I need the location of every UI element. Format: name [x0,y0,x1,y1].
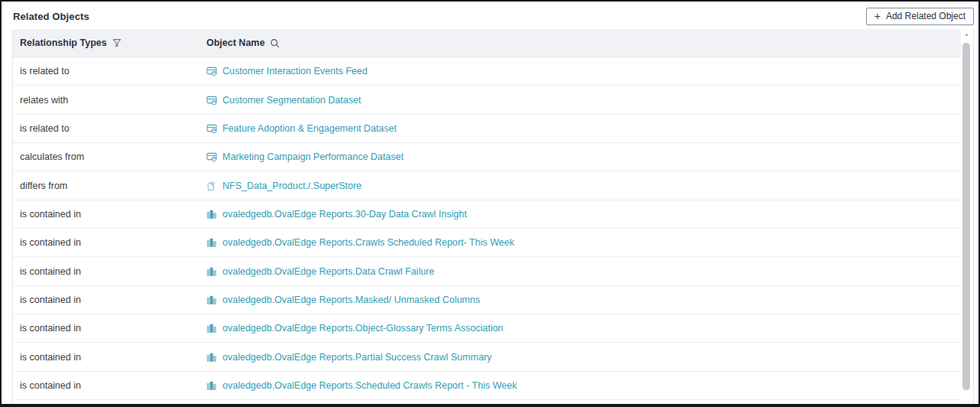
column-header-object-name[interactable]: Object Name [206,37,280,48]
table-row: is contained inovaledgedb.OvalEdge Repor… [13,229,961,257]
relationship-type-cell: is contained in [13,209,206,220]
table-row: is contained inovaledgedb.OvalEdge Repor… [13,343,961,371]
table-row: differs fromNFS_Data_Product./.SuperStor… [13,171,961,200]
object-name-cell: Customer Segmentation Dataset [206,95,361,106]
relationship-type-cell: calculates from [13,151,206,162]
table-body: is related toCustomer Interaction Events… [13,57,973,400]
relationship-type-cell: is contained in [13,266,206,277]
object-name-cell: ovaledgedb.OvalEdge Reports.Partial Succ… [206,352,492,363]
object-name-link[interactable]: ovaledgedb.OvalEdge Reports.Masked/ Unma… [222,295,480,305]
scrollbar-thumb[interactable] [962,43,970,390]
table-row: is contained inovaledgedb.OvalEdge Repor… [13,200,961,229]
report-icon [206,380,217,391]
dataset-icon [206,66,217,77]
column-header-relationship-types[interactable]: Relationship Types [13,37,206,48]
related-objects-table: Relationship Types Object Name is relate… [12,29,974,404]
report-icon [206,266,217,277]
object-name-cell: ovaledgedb.OvalEdge Reports.Crawls Sched… [206,237,514,248]
file-icon [206,181,217,191]
object-name-link[interactable]: ovaledgedb.OvalEdge Reports.30-Day Data … [222,209,467,220]
add-related-object-label: Add Related Object [886,11,965,21]
table-row: is contained inovaledgedb.OvalEdge Repor… [13,314,961,343]
relationship-type-cell: is contained in [13,352,206,363]
report-icon [206,237,217,248]
relationship-type-cell: is contained in [13,380,206,391]
report-icon [206,352,217,363]
dataset-icon [206,123,217,134]
table-row: calculates fromMarketing Campaign Perfor… [13,143,961,171]
object-name-cell: ovaledgedb.OvalEdge Reports.Masked/ Unma… [206,295,480,305]
panel-header: Related Objects + Add Related Object [2,2,978,29]
scrollbar-up-arrow-icon[interactable]: ▲ [962,31,972,37]
dataset-icon [206,95,217,106]
table-row: is related toCustomer Interaction Events… [13,57,961,86]
relationship-type-cell: is contained in [13,295,206,305]
page-title: Related Objects [13,9,89,22]
object-name-link[interactable]: ovaledgedb.OvalEdge Reports.Partial Succ… [222,352,492,363]
object-name-cell: Customer Interaction Events Feed [206,66,368,77]
table-row: is contained inovaledgedb.OvalEdge Repor… [13,286,961,314]
filter-icon[interactable] [112,38,122,47]
relationship-types-header-label: Relationship Types [20,37,107,48]
related-objects-panel: Related Objects + Add Related Object Rel… [0,0,980,407]
search-icon[interactable] [270,38,280,48]
relationship-type-cell: differs from [13,181,206,191]
table-row: is contained inovaledgedb.OvalEdge Repor… [13,257,961,285]
object-name-cell: Feature Adoption & Engagement Dataset [206,123,397,134]
report-icon [206,323,217,334]
relationship-type-cell: is related to [13,123,206,134]
relationship-type-cell: is contained in [13,237,206,248]
object-name-header-label: Object Name [206,37,264,48]
report-icon [206,209,217,220]
vertical-scrollbar[interactable]: ▲ [962,29,972,402]
object-name-link[interactable]: Feature Adoption & Engagement Dataset [222,123,397,134]
table-row: relates withCustomer Segmentation Datase… [13,86,961,114]
table-header-row: Relationship Types Object Name [13,29,961,57]
table-row: is related toFeature Adoption & Engageme… [13,115,961,143]
report-icon [206,295,217,305]
object-name-cell: ovaledgedb.OvalEdge Reports.30-Day Data … [206,209,467,220]
add-related-object-button[interactable]: + Add Related Object [866,8,974,25]
object-name-link[interactable]: Marketing Campaign Performance Dataset [222,151,404,162]
relationship-type-cell: relates with [13,95,206,106]
object-name-cell: NFS_Data_Product./.SuperStore [206,181,362,191]
object-name-link[interactable]: ovaledgedb.OvalEdge Reports.Data Crawl F… [222,266,434,277]
relationship-type-cell: is contained in [13,323,206,334]
object-name-link[interactable]: NFS_Data_Product./.SuperStore [222,181,362,191]
object-name-link[interactable]: ovaledgedb.OvalEdge Reports.Object-Gloss… [222,323,503,334]
plus-icon: + [875,11,881,21]
object-name-link[interactable]: ovaledgedb.OvalEdge Reports.Crawls Sched… [222,237,514,248]
table-row: is contained inovaledgedb.OvalEdge Repor… [13,372,961,400]
object-name-link[interactable]: ovaledgedb.OvalEdge Reports.Scheduled Cr… [222,380,517,391]
object-name-cell: Marketing Campaign Performance Dataset [206,151,404,162]
object-name-cell: ovaledgedb.OvalEdge Reports.Object-Gloss… [206,323,503,334]
object-name-cell: ovaledgedb.OvalEdge Reports.Scheduled Cr… [206,380,517,391]
object-name-link[interactable]: Customer Segmentation Dataset [222,95,361,106]
object-name-cell: ovaledgedb.OvalEdge Reports.Data Crawl F… [206,266,434,277]
dataset-icon [206,151,217,162]
relationship-type-cell: is related to [13,66,206,77]
object-name-link[interactable]: Customer Interaction Events Feed [222,66,368,77]
